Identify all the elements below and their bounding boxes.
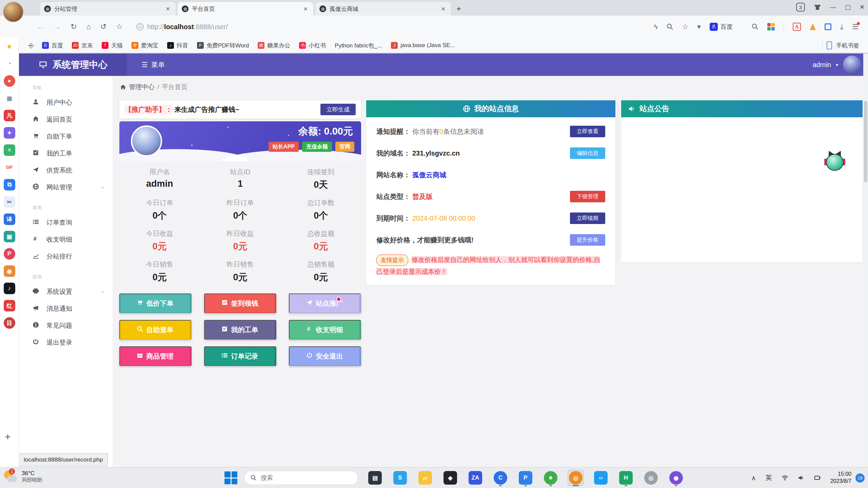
sidebar-item-cart[interactable]: 自助下单 xyxy=(19,128,113,145)
chevron-down-icon[interactable]: ▾ xyxy=(697,23,701,31)
banner-button[interactable]: 充值余额 xyxy=(302,142,332,152)
bookmark-star-icon[interactable]: ☆ xyxy=(116,22,123,31)
sprout-app[interactable]: ♣ xyxy=(542,470,559,486)
app-logo[interactable]: 系统管理中心 xyxy=(19,54,127,76)
p-ide-app[interactable]: P xyxy=(517,470,534,486)
page-scrollbar[interactable] xyxy=(863,54,868,467)
taskbar-weather[interactable]: 1 36°C 局部晴朗 xyxy=(3,469,42,484)
bookmark-item[interactable]: 百百度 xyxy=(42,42,63,49)
find-icon[interactable] xyxy=(752,23,758,30)
sidebar-item-horn[interactable]: 消息通知 xyxy=(19,300,113,317)
pink-p-app-icon[interactable]: P xyxy=(4,248,15,260)
info-row-button[interactable]: 下级管理 xyxy=(570,191,605,202)
sidebar-item-list[interactable]: 订单查询 xyxy=(19,214,113,231)
battery-device-icon[interactable] xyxy=(814,474,821,481)
bookmark-item[interactable]: T天猫 xyxy=(102,42,123,49)
sidebar-item-chart[interactable]: 分站排行 xyxy=(19,248,113,265)
banner-button[interactable]: 站长APP xyxy=(269,142,299,152)
flash-icon[interactable]: ϟ xyxy=(654,23,657,31)
action-button[interactable]: 商品管理 xyxy=(119,346,192,366)
xiaohongshu-app-icon[interactable]: 红 xyxy=(4,300,15,311)
sidebar-item-power[interactable]: 退出登录 xyxy=(19,334,113,351)
notes-app-icon[interactable]: ≡ xyxy=(4,144,15,156)
sidebar-item-globe[interactable]: 网站管理› xyxy=(19,179,113,196)
taskview-app[interactable]: ▤ xyxy=(367,470,383,486)
orange-browser-app[interactable]: ◎ xyxy=(568,470,584,486)
banner-button[interactable]: 官网 xyxy=(335,142,354,152)
back-icon[interactable]: ← xyxy=(37,22,44,31)
tab-count-badge[interactable]: 3 xyxy=(796,3,805,12)
action-button[interactable]: #收支明细 xyxy=(289,320,361,340)
tab-close-icon[interactable]: ✕ xyxy=(440,6,447,12)
undo-icon[interactable]: ↺ xyxy=(100,22,106,31)
weibo-app-icon[interactable]: 目 xyxy=(4,317,15,329)
collect-star-icon[interactable]: ☆ xyxy=(682,23,689,31)
breadcrumb-root[interactable]: 管理中心 xyxy=(129,83,155,92)
action-button[interactable]: 订单记录 xyxy=(204,346,276,366)
user-avatar[interactable] xyxy=(131,125,162,157)
sidebar-item-hash[interactable]: #收支明细 xyxy=(19,231,113,248)
action-button[interactable]: 我的工单 xyxy=(204,320,276,340)
taskbar-clock[interactable]: 15:00 2023/8/7 xyxy=(830,471,851,485)
apps-grid-icon[interactable] xyxy=(767,23,775,30)
user-caret-icon[interactable]: ▾ xyxy=(836,62,838,67)
bookmark-item[interactable]: 糖糖果办公 xyxy=(258,42,290,49)
notification-count-badge[interactable]: 19 xyxy=(855,473,865,483)
favorites-star-icon[interactable]: ★ xyxy=(4,41,15,52)
volume-icon[interactable] xyxy=(798,474,805,481)
bookmark-item[interactable]: 爱爱淘宝 xyxy=(132,42,158,49)
blue-browser-app[interactable]: C xyxy=(492,470,509,486)
close-button[interactable]: ✕ xyxy=(860,3,865,11)
browser-tab[interactable]: ◍平台首页✕ xyxy=(178,2,313,16)
info-row-button[interactable]: 立即查看 xyxy=(570,126,605,137)
forward-icon[interactable]: → xyxy=(54,22,61,31)
header-username[interactable]: admin xyxy=(812,61,831,69)
monitor-app-icon[interactable]: ▣ xyxy=(4,231,15,242)
site-info-icon[interactable]: ⓘ xyxy=(136,23,144,30)
info-row-button[interactable]: 立即续期 xyxy=(570,212,605,224)
generate-ad-button[interactable]: 立即生成 xyxy=(320,104,356,115)
phone-bookmarks[interactable]: 手机书签 xyxy=(822,41,859,50)
bookmark-item[interactable]: P免费PDF转Word xyxy=(197,42,249,49)
crop-tool-icon[interactable]: ⧉ xyxy=(4,179,15,190)
action-button[interactable]: 签到领钱 xyxy=(204,293,276,313)
sidebar-item-plane[interactable]: 供货系统 xyxy=(19,162,113,179)
vscode-app[interactable]: ‹› xyxy=(593,470,609,486)
crop-tool-icon[interactable] xyxy=(825,23,831,30)
bookmark-item[interactable]: Jjava.base (Java SE... xyxy=(391,42,455,49)
theme-shirt-icon[interactable] xyxy=(814,3,821,11)
sidebar-item-user[interactable]: 用户中心 xyxy=(19,94,113,111)
sidebar-item-info[interactable]: 常见问题 xyxy=(19,317,113,334)
action-button[interactable]: 安全退出 xyxy=(289,346,361,366)
tray-chevron-icon[interactable]: ∧ xyxy=(751,474,756,482)
apps-grid-icon[interactable]: ▦ xyxy=(4,93,15,104)
grey-circle-app[interactable]: ◎ xyxy=(643,470,659,486)
flame-tool-icon[interactable] xyxy=(810,23,816,30)
scissors-tool-icon[interactable]: ✂ xyxy=(4,196,15,208)
strip-add-icon[interactable]: + xyxy=(5,431,11,443)
maximize-button[interactable]: ▢ xyxy=(845,3,851,11)
gem-editor-app[interactable]: ◆ xyxy=(442,470,458,486)
download-icon[interactable]: ⤓ xyxy=(840,23,843,31)
address-bar[interactable]: ⓘ http://localhost:8888/user/ xyxy=(136,23,228,31)
home-icon[interactable]: ⌂ xyxy=(86,22,91,31)
bookmark-item[interactable]: JD京东 xyxy=(72,42,93,49)
new-tab-button[interactable]: + xyxy=(453,3,465,15)
store-app[interactable]: S xyxy=(392,470,408,486)
bookmark-item[interactable]: 书小红书 xyxy=(299,42,326,49)
sphere-app[interactable]: ◉ xyxy=(668,470,684,486)
menu-toggle[interactable]: ☰ 菜单 xyxy=(142,60,165,69)
action-button[interactable]: 自助查单 xyxy=(119,320,192,340)
browser-profile-avatar[interactable] xyxy=(3,1,24,22)
tab-close-icon[interactable]: ✕ xyxy=(164,6,172,12)
sidebar-item-check[interactable]: 我的工单 xyxy=(19,145,113,162)
taskbar-search[interactable]: 搜索 xyxy=(244,471,358,485)
minimize-button[interactable]: — xyxy=(830,4,836,11)
side-panel-toggle-icon[interactable]: ⎆ xyxy=(28,42,34,49)
history-clock-icon[interactable]: ◔ xyxy=(4,58,15,69)
za-app[interactable]: ZA xyxy=(467,470,484,486)
tab-close-icon[interactable]: ✕ xyxy=(302,6,309,12)
purple-app-icon[interactable]: ✦ xyxy=(4,127,15,139)
browser-menu-icon[interactable]: ☰ xyxy=(852,23,859,31)
baidu-search-button[interactable]: 爪 百度 xyxy=(710,23,733,31)
